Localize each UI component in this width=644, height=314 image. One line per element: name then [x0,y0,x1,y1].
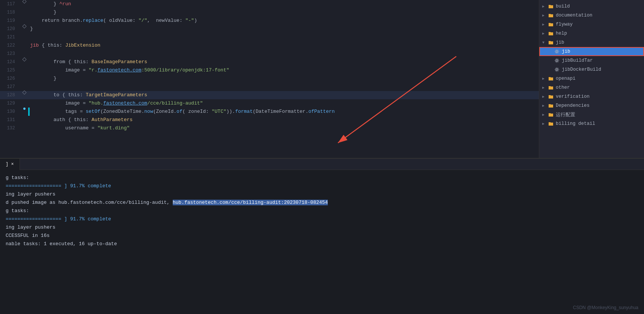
sidebar-item-label: billing detail [556,121,595,126]
code-line-131: 131 auth { this: AuthParameters [0,116,539,124]
line-gutter [21,91,28,94]
folder-icon [548,76,554,82]
code-line-124: 124 from { this: BaseImageParameters [0,58,539,66]
sidebar-item-label: openapi [556,76,576,81]
sidebar-item-billing-detail[interactable]: ▶billing detail [539,119,644,128]
terminal-tab-label: ] × [6,162,14,167]
terminal-line: CCESSFUL in 16s [6,232,638,240]
sidebar-item-label: build [556,4,570,9]
terminal-line: ing layer pushers [6,190,638,199]
svg-point-4 [556,69,558,71]
line-number: 123 [0,50,21,58]
sidebar-item-label: jibDockerBuild [562,67,601,72]
sidebar-item-run-config[interactable]: ▶运行配置 [539,110,644,119]
code-line-125: 125 image = "r.fastonetech.com:5000/libr… [0,66,539,74]
svg-point-3 [556,60,558,62]
sidebar-item-label: documentation [556,13,593,18]
terminal-text: CCESSFUL in 16s [6,233,50,238]
line-number: 121 [0,33,21,41]
code-line-127: 127 [0,83,539,91]
terminal-text: nable tasks: 1 executed, 16 up-to-date [6,241,117,247]
sidebar-item-label: flyway [556,22,573,27]
sidebar-item-label: jib [562,49,570,54]
terminal-panel: ] × g tasks:=================== ] 91.7% … [0,158,644,314]
folder-icon [548,21,554,27]
line-number: 129 [0,99,21,108]
gutter-arrow-icon [22,57,26,61]
gear-icon [554,49,560,55]
terminal-tabs: ] × [0,159,644,170]
chevron-icon: ▶ [542,112,547,117]
terminal-text: ing layer pushers [6,191,56,197]
sidebar-item-build[interactable]: ▶build [539,2,644,11]
line-gutter [21,58,28,61]
sidebar-item-jib-child[interactable]: jib [539,47,644,56]
terminal-line: d pushed image as hub.fastonetech.com/cc… [6,199,638,207]
chevron-icon: ▼ [542,41,547,45]
watermark: CSDN @MonkeyKing_sunyuhua [573,305,638,310]
code-line-118: 118 } [0,8,539,17]
code-content: 117 } ^run118 }119 return branch.replace… [0,0,539,132]
line-code: } [28,8,539,17]
terminal-text: g tasks: [6,208,29,214]
code-panel: 117 } ^run118 }119 return branch.replace… [0,0,539,158]
sidebar-item-help[interactable]: ▶help [539,29,644,38]
sidebar-item-dependencies[interactable]: ▶Dependencies [539,101,644,110]
folder-icon [548,85,554,91]
terminal-line: =================== ] 91.7% complete [6,215,638,223]
gutter-arrow-icon [22,90,26,94]
line-number: 119 [0,17,21,25]
code-line-117: 117 } ^run [0,0,539,8]
gutter-arrow-icon [22,24,26,28]
folder-icon [548,94,554,100]
sidebar-item-flyway[interactable]: ▶flyway [539,20,644,29]
line-number: 124 [0,58,21,66]
line-number: 125 [0,66,21,74]
gear-icon [554,67,560,73]
terminal-text: g tasks: [6,175,29,181]
gear-icon [554,58,560,64]
line-number: 126 [0,74,21,83]
sidebar-item-other[interactable]: ▶other [539,83,644,92]
sidebar-item-label: help [556,31,567,36]
terminal-line: g tasks: [6,207,638,215]
sidebar-item-jibDockerBuild[interactable]: jibDockerBuild [539,65,644,74]
folder-icon [548,12,554,18]
sidebar-item-label: jib [556,40,564,45]
code-line-123: 123 [0,50,539,58]
chevron-icon: ▶ [542,13,547,18]
terminal-progress: =================== ] 91.7% complete [6,216,111,222]
line-number: 128 [0,91,21,99]
line-number: 131 [0,116,21,124]
sidebar-item-jib-parent[interactable]: ▼jib [539,38,644,47]
terminal-line: nable tasks: 1 executed, 16 up-to-date [6,240,638,248]
folder-icon [548,3,554,9]
sidebar: ▶build▶documentation▶flyway▶help▼jibjibj… [539,0,644,158]
code-panel-wrapper: 117 } ^run118 }119 return branch.replace… [0,0,539,158]
code-line-129: 129 image = "hub.fastonetech.com/cce/bil… [0,99,539,108]
line-code: } [28,74,539,83]
watermark-text: CSDN @MonkeyKing_sunyuhua [573,305,638,310]
chevron-icon: ▶ [542,31,547,36]
folder-icon [548,112,554,118]
sidebar-item-verification[interactable]: ▶verification [539,92,644,101]
sidebar-item-jibBuildTar[interactable]: jibBuildTar [539,56,644,65]
code-line-119: 119 return branch.replace( oldValue: "/"… [0,17,539,25]
line-number: 120 [0,25,21,33]
line-gutter [21,0,28,3]
line-code: auth { this: AuthParameters [28,116,539,124]
line-number: 130 [0,108,21,116]
sidebar-item-label: Dependencies [556,103,590,108]
code-line-126: 126 } [0,74,539,83]
line-code: to { this: TargetImageParameters [28,91,539,99]
chevron-icon: ▶ [542,103,547,108]
line-code: username = "kurt.ding" [28,124,539,132]
sidebar-item-openapi[interactable]: ▶openapi [539,74,644,83]
code-line-128: 128 to { this: TargetImageParameters [0,91,539,99]
chevron-icon: ▶ [542,22,547,27]
chevron-icon: ▶ [542,94,547,99]
terminal-content: g tasks:=================== ] 91.7% comp… [0,170,644,314]
line-number: 118 [0,8,21,17]
terminal-tab-active[interactable]: ] × [0,159,20,170]
sidebar-item-documentation[interactable]: ▶documentation [539,11,644,20]
